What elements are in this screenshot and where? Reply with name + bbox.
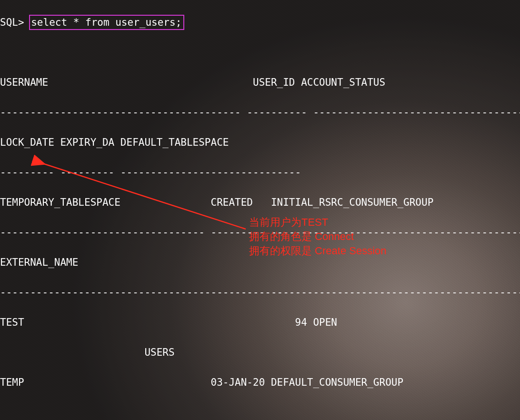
terminal-output: SQL> select * from user_users; USERNAME … <box>0 0 520 420</box>
annotation-line-3: 拥有的权限是 Create Session <box>249 244 387 258</box>
header-username: USERNAME USER_ID ACCOUNT_STATUS <box>0 75 520 90</box>
sep-lockdate: --------- --------- --------------------… <box>0 165 520 180</box>
sep-external: ----------------------------------------… <box>0 285 520 300</box>
data-row-test: TEST 94 OPEN <box>0 315 520 330</box>
annotation-line-2: 拥有的角色是 Connect <box>249 230 387 244</box>
prompt-line-1: SQL> select * from user_users; <box>0 15 520 30</box>
header-lockdate: LOCK_DATE EXPIRY_DA DEFAULT_TABLESPACE <box>0 135 520 150</box>
annotation-text: 当前用户为TEST 拥有的角色是 Connect 拥有的权限是 Create S… <box>249 215 387 258</box>
sep-username: ----------------------------------------… <box>0 105 520 120</box>
blank-line <box>0 45 520 60</box>
blank-line <box>0 405 520 420</box>
data-row-users: USERS <box>0 345 520 360</box>
query-1: select * from user_users; <box>31 17 181 28</box>
annotation-line-1: 当前用户为TEST <box>249 215 387 230</box>
data-row-temp: TEMP 03-JAN-20 DEFAULT_CONSUMER_GROUP <box>0 375 520 390</box>
highlight-box-q1: select * from user_users; <box>29 15 184 30</box>
header-temptbs: TEMPORARY_TABLESPACE CREATED INITIAL_RSR… <box>0 195 520 210</box>
sql-prompt: SQL> <box>0 17 30 28</box>
